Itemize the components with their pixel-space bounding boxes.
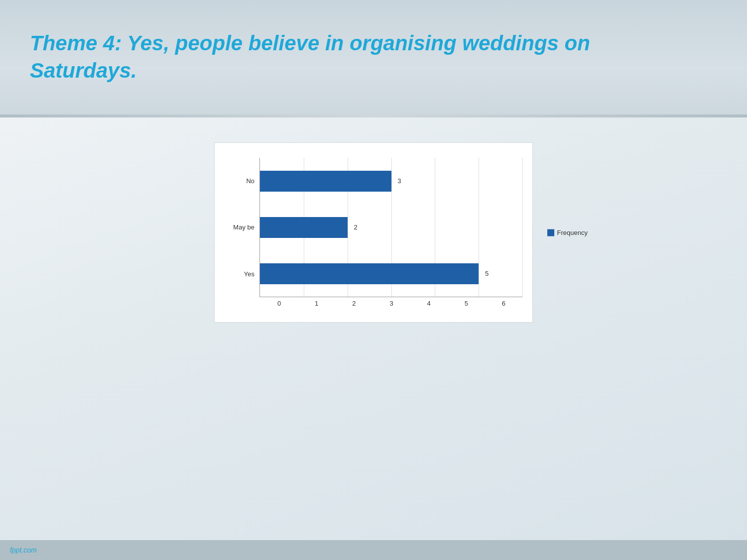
x-label-2: 2 bbox=[335, 300, 373, 307]
y-label-no: No bbox=[230, 177, 254, 185]
bar-row-no: 3 bbox=[260, 166, 522, 196]
x-label-4: 4 bbox=[410, 300, 448, 307]
bar-maybe: 2 bbox=[260, 217, 348, 238]
x-label-1: 1 bbox=[298, 300, 335, 307]
x-label-6: 6 bbox=[485, 300, 522, 307]
bar-label-yes: 5 bbox=[485, 270, 489, 277]
bar-yes: 5 bbox=[260, 263, 479, 284]
bar-no: 3 bbox=[260, 171, 391, 192]
main-content: No May be Yes bbox=[0, 117, 747, 540]
legend-label-frequency: Frequency bbox=[557, 229, 588, 236]
legend-item-frequency: Frequency bbox=[547, 229, 588, 236]
legend-color-frequency bbox=[547, 229, 554, 236]
x-label-3: 3 bbox=[373, 300, 410, 307]
header-section: Theme 4: Yes, people believe in organisi… bbox=[0, 0, 747, 114]
x-label-5: 5 bbox=[448, 300, 485, 307]
y-label-yes: Yes bbox=[230, 270, 254, 278]
bar-row-yes: 5 bbox=[260, 259, 522, 289]
footer-text: fppt.com bbox=[10, 546, 37, 554]
page-title: Theme 4: Yes, people believe in organisi… bbox=[30, 30, 627, 84]
bars-area: 3 2 5 bbox=[259, 158, 522, 297]
y-label-maybe: May be bbox=[230, 224, 254, 231]
bar-label-no: 3 bbox=[397, 177, 401, 185]
chart-legend: Frequency bbox=[547, 229, 588, 236]
bar-row-maybe: 2 bbox=[260, 213, 522, 242]
chart-container: No May be Yes bbox=[214, 142, 533, 323]
y-axis: No May be Yes bbox=[230, 158, 259, 297]
footer: fppt.com bbox=[0, 540, 747, 560]
x-axis: 0 1 2 3 4 5 6 bbox=[264, 300, 522, 307]
bar-label-maybe: 2 bbox=[354, 224, 357, 231]
x-label-0: 0 bbox=[260, 300, 298, 307]
grid-line-6 bbox=[522, 158, 523, 297]
